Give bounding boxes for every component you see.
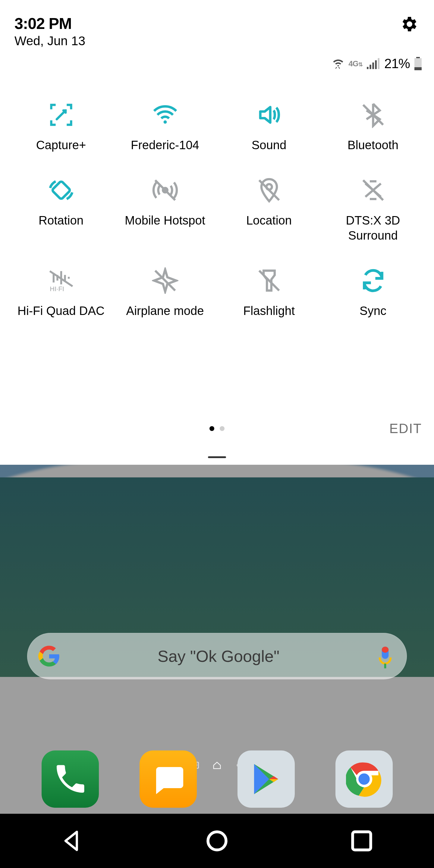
- qs-edit-button[interactable]: EDIT: [390, 421, 422, 436]
- qs-tile-sound[interactable]: Sound: [217, 101, 321, 153]
- messages-icon: [140, 750, 197, 808]
- svg-rect-16: [378, 58, 379, 69]
- signal-icon: [367, 58, 380, 70]
- navigation-bar: [0, 814, 434, 868]
- google-logo-icon: [38, 645, 60, 667]
- qs-tile-dtsx[interactable]: DTS:X 3D Surround: [321, 177, 425, 243]
- nav-recents-button[interactable]: [348, 827, 375, 855]
- nav-home-button[interactable]: [204, 827, 230, 855]
- svg-point-10: [208, 832, 226, 850]
- chrome-icon: [336, 750, 393, 808]
- dock-app-chrome[interactable]: [336, 750, 393, 808]
- google-search-hint: Say "Ok Google": [158, 647, 280, 665]
- svg-text:HI·FI: HI·FI: [50, 285, 64, 293]
- quick-settings-panel: 3:02 PM Wed, Jun 13 4G⇅ 21% Capture+: [0, 0, 434, 465]
- play-store-icon: [238, 750, 295, 808]
- qs-tile-airplane[interactable]: Airplane mode: [113, 267, 217, 318]
- status-time: 3:02 PM: [14, 14, 85, 33]
- sync-icon: [356, 267, 390, 294]
- svg-rect-14: [372, 62, 374, 69]
- settings-button[interactable]: [399, 14, 418, 34]
- battery-percentage: 21%: [384, 56, 410, 71]
- qs-tile-flashlight[interactable]: Flashlight: [217, 267, 321, 318]
- qs-tile-label: Airplane mode: [124, 303, 206, 318]
- svg-point-20: [163, 120, 167, 124]
- svg-rect-15: [375, 60, 376, 69]
- svg-rect-19: [414, 67, 422, 70]
- svg-rect-22: [52, 181, 70, 199]
- dock-app-phone[interactable]: [41, 750, 99, 808]
- qs-tile-label: Location: [244, 213, 293, 228]
- qs-tile-location[interactable]: Location: [217, 177, 321, 243]
- qs-tile-label: Rotation: [37, 213, 85, 228]
- qs-tile-hotspot[interactable]: Mobile Hotspot: [113, 177, 217, 243]
- airplane-icon: [149, 267, 182, 294]
- dock-app-play-store[interactable]: [238, 750, 295, 808]
- qs-tile-sync[interactable]: Sync: [321, 267, 425, 318]
- status-date: Wed, Jun 13: [14, 34, 85, 48]
- hotspot-icon: [149, 177, 182, 204]
- google-search-widget[interactable]: Say "Ok Google": [27, 633, 407, 679]
- dock-app-messages[interactable]: [140, 750, 197, 808]
- qs-tile-wifi[interactable]: Frederic-104: [113, 101, 217, 153]
- dtsx-icon: [356, 177, 390, 204]
- qs-tile-label: Hi-Fi Quad DAC: [16, 303, 106, 318]
- svg-line-31: [259, 271, 279, 290]
- svg-rect-12: [367, 67, 368, 69]
- sound-icon: [253, 101, 286, 128]
- qs-tile-rotation[interactable]: Rotation: [9, 177, 113, 243]
- svg-rect-11: [352, 832, 371, 850]
- location-icon: [253, 177, 286, 204]
- rotation-icon: [44, 177, 78, 204]
- mic-icon[interactable]: [377, 645, 393, 667]
- qs-tile-label: Capture+: [34, 137, 88, 153]
- qs-tile-label: Sound: [250, 137, 288, 153]
- phone-icon: [41, 750, 99, 808]
- capture-plus-icon: [44, 101, 78, 128]
- network-type-icon: 4G⇅: [348, 59, 363, 68]
- svg-rect-17: [416, 57, 420, 58]
- qs-tile-label: Sync: [358, 303, 388, 318]
- wifi-activity-icon: [332, 58, 344, 70]
- qs-tile-label: DTS:X 3D Surround: [344, 213, 402, 243]
- svg-rect-13: [370, 65, 371, 69]
- panel-drag-handle[interactable]: [208, 456, 226, 458]
- qs-tile-hifi-dac[interactable]: HI·FI Hi-Fi Quad DAC: [9, 267, 113, 318]
- svg-rect-2: [384, 664, 386, 669]
- qs-tile-label: Mobile Hotspot: [123, 213, 207, 228]
- qs-tile-bluetooth[interactable]: Bluetooth: [321, 101, 425, 153]
- svg-rect-1: [382, 647, 389, 653]
- secondary-status-bar: 4G⇅ 21%: [0, 48, 434, 71]
- qs-tile-label: Frederic-104: [129, 137, 201, 153]
- bluetooth-icon: [356, 101, 390, 128]
- qs-tile-capture-plus[interactable]: Capture+: [9, 101, 113, 153]
- wifi-icon: [149, 101, 182, 128]
- dock: [0, 750, 434, 808]
- hifi-dac-icon: HI·FI: [44, 267, 78, 294]
- qs-tile-label: Bluetooth: [346, 137, 400, 153]
- qs-tile-label: Flashlight: [241, 303, 297, 318]
- qs-page-indicator: [210, 426, 224, 431]
- nav-back-button[interactable]: [59, 827, 86, 855]
- battery-icon: [414, 57, 422, 70]
- svg-line-30: [155, 271, 175, 290]
- flashlight-icon: [253, 267, 286, 294]
